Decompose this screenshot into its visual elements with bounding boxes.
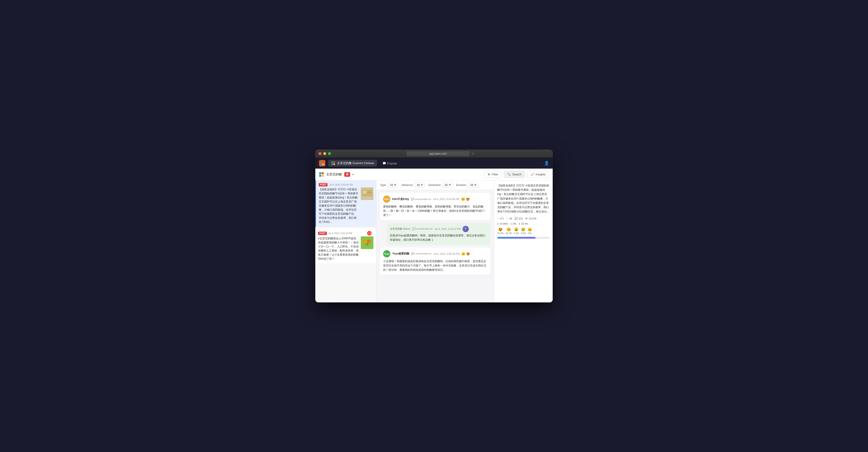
svg-rect-3 (322, 163, 324, 165)
post2-date: Jul 4, 2022, 6:26:18 PM (328, 232, 352, 234)
svg-rect-0 (320, 161, 322, 163)
comment-1-header: KiKi KiKi不是Kitty 💬 commented on Jul 6, 2… (383, 195, 487, 203)
traffic-lights (318, 152, 331, 155)
svg-point-19 (366, 243, 369, 246)
positive-sentiment: ● 73.86% (497, 222, 508, 225)
toolbar-logo (319, 172, 324, 177)
nav-engage[interactable]: 💬 Engage (380, 160, 400, 166)
svg-rect-9 (322, 172, 324, 174)
emotion-angry-pct: 0% (528, 232, 531, 234)
post1-header: POST Jul 6, 2022, 8:03:06 PM (319, 183, 373, 187)
emotion-sad-icon: 😢 (521, 227, 526, 232)
post1-thumb (361, 187, 373, 200)
post2-thumb (361, 236, 373, 249)
right-panel: 【抽奖送福利】叮叮叮~#首届圭里尼国际奶酪节#还有一周就要开幕啦！超超超激动in… (494, 180, 553, 302)
emotion-sad-pct: 4.2% (521, 232, 526, 234)
reply-1-action: 💬 commented on (412, 227, 433, 230)
app-header: 圭里尼奶酪 Guerrini Cheese 💬 Engage 👤 (315, 158, 553, 169)
svg-point-18 (367, 239, 371, 243)
comment-2-emoji: 😊 😍 (461, 252, 470, 256)
comment-2[interactable]: Yoyo Yoyo超爱奶酪 💬 commented on Jul 6, 2022… (380, 248, 490, 275)
emotion-sad: 😢 4.2% (521, 227, 526, 234)
filter-type-group: Type: All (380, 183, 398, 188)
stat-comments: 💬 231 (515, 217, 523, 220)
filter-label: Filter (492, 173, 498, 176)
neutral-sentiment: ● 0% (510, 222, 517, 225)
url-input[interactable] (406, 151, 470, 156)
svg-rect-10 (319, 175, 321, 177)
positive-pct: 73.86% (500, 222, 508, 225)
filter-influence-group: Influence: All (401, 183, 425, 188)
comments-list: KiKi KiKi不是Kitty 💬 commented on Jul 6, 2… (376, 190, 494, 302)
brand-tab-label: 圭里尼奶酪 Guerrini Cheese (337, 161, 374, 165)
emotion-love-pct: 31.9% (497, 232, 504, 234)
search-icon: 🔍 (507, 173, 511, 176)
filter-influence-label: Influence: (401, 184, 413, 187)
repost-icon: ↑ (497, 217, 499, 220)
comment-1-date: Jul 6, 2022, 8:04:08 PM (433, 198, 459, 200)
comment-1-avatar: KiKi (383, 195, 391, 203)
fullscreen-button[interactable] (328, 152, 331, 155)
comment-1-emoji: 😊 😍 (461, 197, 470, 201)
neutral-pct: 0% (513, 222, 517, 225)
comment-2-avatar: Yoyo (383, 250, 391, 257)
post-card-1[interactable]: POST Jul 6, 2022, 8:03:06 PM 【抽奖送福利】叮叮叮~… (315, 180, 376, 227)
comment-2-text: 小圭康我！我最爱的就是经典原味款圭里尼奶酪啦，以前的我乳糖不耐受，直到遇见圭里尼… (383, 259, 487, 272)
comment-2-action: 💬 commented on (411, 252, 432, 255)
right-panel-post-text: 【抽奖送福利】叮叮叮~#首届圭里尼国际奶酪节#还有一周就要开幕啦！超超超激动in… (497, 184, 550, 214)
emotion-surprise-icon: 😮 (514, 227, 519, 232)
svg-rect-11 (322, 175, 324, 177)
emotions-row: 😍 31.9% 😊 16.7% 😮 4.2% 😢 (497, 227, 550, 234)
reload-button[interactable]: ↺ (471, 152, 474, 156)
emotion-surprise: 😮 4.2% (514, 227, 519, 234)
minimize-button[interactable] (323, 152, 326, 155)
posts-sidebar: POST Jul 6, 2022, 8:03:06 PM 【抽奖送福利】叮叮叮~… (315, 180, 376, 302)
comment-2-date: Jul 6, 2022, 8:06:35 PM (433, 253, 460, 255)
reply-1[interactable]: 圭里尼奶酪-Sherry 💬 commented on Jul 9, 2022,… (387, 223, 490, 245)
filter-emotion-select[interactable]: All (468, 183, 478, 188)
filter-icon: ⚙ (488, 173, 490, 176)
svg-rect-2 (320, 163, 322, 165)
post1-content: 【抽奖送福利】叮叮叮~#首届圭里尼国际奶酪节#还有一周就要开幕啦！超超超激动in… (319, 187, 373, 224)
comment-1-name: KiKi不是Kitty (392, 197, 409, 201)
negative-sentiment: ● 10.4% (519, 222, 528, 225)
filter-sentiment-select[interactable]: All (442, 183, 453, 188)
stat-views: 👁 10,678 (525, 217, 536, 220)
insights-button[interactable]: 📈 Insights (527, 171, 549, 178)
stat-reposts: ↑ 171 (497, 217, 504, 220)
comment-2-header: Yoyo Yoyo超爱奶酪 💬 commented on Jul 6, 2022… (383, 250, 487, 257)
filter-type-select[interactable]: All (388, 183, 398, 188)
reply-1-text: 回复@Yoyo超爱奶酪呐：嘻嘻，感谢您对圭里尼奶酪的喜爱呀，请后台私信我们快递地… (390, 233, 487, 242)
post-card-2[interactable]: POST Jul 4, 2022, 6:26:18 PM 13 #圭里尼奶酪新品… (315, 228, 376, 264)
close-button[interactable] (318, 152, 321, 155)
comment-2-name: Yoyo超爱奶酪 (392, 252, 409, 256)
emotion-happy-icon: 😊 (506, 227, 511, 232)
view-icon: 👁 (525, 217, 528, 220)
url-bar: ↺ (331, 151, 550, 156)
emotion-happy-pct: 16.7% (505, 232, 512, 234)
toolbar-chevron-icon[interactable]: ▾ (352, 173, 354, 176)
filter-influence-select[interactable]: All (414, 183, 425, 188)
brand-tab[interactable]: 圭里尼奶酪 Guerrini Cheese (328, 160, 377, 167)
reply-1-header: 圭里尼奶酪-Sherry 💬 commented on Jul 9, 2022,… (390, 226, 487, 232)
progress-bar-container (497, 237, 550, 239)
conversation-pane: Type: All Influence: All Sen (376, 180, 494, 302)
comment-1[interactable]: KiKi KiKi不是Kitty 💬 commented on Jul 6, 2… (380, 193, 490, 220)
filter-bar: Type: All Influence: All Sen (376, 180, 494, 190)
comment-1-action: 💬 commented on (411, 198, 431, 201)
filter-button[interactable]: ⚙ Filter (484, 171, 502, 178)
user-icon[interactable]: 👤 (544, 161, 549, 166)
post2-source-badge: POST (318, 232, 327, 235)
post2-text: #圭里尼奶酪新品上市#呼声超高的低脂香蕉奶酪小方来啦！！迷你小方一口一个，入口即… (318, 236, 359, 261)
negative-pct: 10.4% (521, 222, 528, 225)
emotion-love-icon: 😍 (498, 227, 503, 232)
post2-content: #圭里尼奶酪新品上市#呼声超高的低脂香蕉奶酪小方来啦！！迷你小方一口一个，入口即… (318, 236, 373, 261)
app-chrome: 圭里尼奶酪 Guerrini Cheese 💬 Engage 👤 圭里尼奶酪 微… (315, 158, 553, 302)
filter-type-label: Type: (380, 184, 386, 187)
filter-emotion-label: Emotion: (456, 184, 467, 187)
svg-rect-15 (367, 191, 372, 193)
search-button[interactable]: 🔍 Search (504, 171, 525, 178)
comment-icon: 💬 (515, 217, 518, 220)
reply-1-name: 圭里尼奶酪-Sherry (390, 227, 410, 230)
emotion-surprise-pct: 4.2% (514, 232, 519, 234)
